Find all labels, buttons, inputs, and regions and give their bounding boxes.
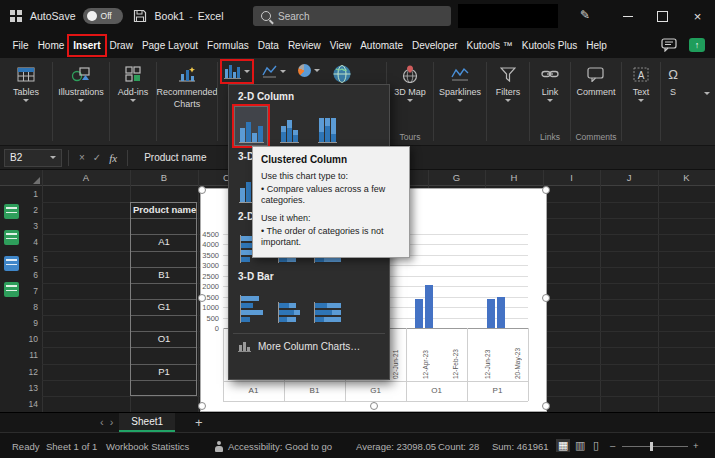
column-header-G[interactable]: G [428, 170, 485, 186]
column-header-J[interactable]: J [600, 170, 658, 186]
zoom-out-icon[interactable]: – [610, 440, 615, 451]
row-header-6[interactable]: 6 [22, 267, 38, 283]
formula-content[interactable]: Product name [144, 152, 206, 163]
app-launcher-icon[interactable] [10, 10, 22, 22]
menu-item-stacked-column[interactable] [273, 107, 305, 145]
row-header-5[interactable]: 5 [22, 251, 38, 267]
row-header-1[interactable]: 1 [22, 186, 38, 202]
name-box[interactable]: B2 [4, 149, 62, 167]
ribbon-tab-file[interactable]: File [8, 35, 33, 56]
filters-button[interactable]: Filters [496, 61, 521, 102]
chart-selection-handle[interactable] [198, 186, 206, 194]
row-header-13[interactable]: 13 [22, 380, 38, 396]
cell-B2[interactable]: Product name [130, 202, 198, 218]
ribbon-more-chevron[interactable] [704, 92, 710, 95]
chart-selection-handle[interactable] [198, 294, 206, 302]
page-break-view-icon[interactable]: ▯ [593, 439, 599, 452]
row-header-14[interactable]: 14 [22, 396, 38, 412]
kutools-pane-icon-1[interactable] [4, 204, 19, 219]
menu-item-100-stacked-column[interactable] [311, 107, 343, 145]
ribbon-tab-help[interactable]: Help [582, 35, 612, 56]
insert-line-chart-button[interactable] [260, 62, 288, 80]
row-header-11[interactable]: 11 [22, 347, 38, 363]
column-header-A[interactable]: A [42, 170, 130, 186]
column-header-H[interactable]: H [485, 170, 543, 186]
link-button[interactable]: Link [541, 61, 559, 102]
cell-B8[interactable]: G1 [130, 299, 198, 315]
row-header-7[interactable]: 7 [22, 283, 38, 299]
cell-B10[interactable]: O1 [130, 331, 198, 347]
tables-button[interactable]: Tables [13, 61, 39, 102]
add-sheet-icon[interactable]: + [195, 415, 203, 430]
ribbon-tab-insert[interactable]: Insert [69, 35, 105, 56]
text-button[interactable]: A Text [633, 61, 650, 102]
ribbon-tab-kutools[interactable]: Kutools ™ [462, 35, 517, 56]
close-button[interactable]: × [680, 0, 715, 32]
comments-icon[interactable] [661, 38, 677, 52]
symbols-button[interactable]: Ω S [668, 61, 678, 97]
illustrations-button[interactable]: Illustrations [58, 61, 104, 102]
more-column-charts-item[interactable]: More Column Charts… [238, 341, 360, 352]
kutools-pane-icon-3[interactable] [4, 256, 19, 271]
row-header-12[interactable]: 12 [22, 364, 38, 380]
search-box[interactable]: Search [253, 6, 451, 26]
select-all-corner[interactable] [22, 170, 42, 186]
row-header-3[interactable]: 3 [22, 218, 38, 234]
cell-B6[interactable]: B1 [130, 267, 198, 283]
menu-item-3d-clustered-bar[interactable] [235, 287, 267, 325]
chart-selection-handle[interactable] [542, 186, 550, 194]
row-header-9[interactable]: 9 [22, 315, 38, 331]
insert-column-chart-button[interactable] [222, 62, 252, 81]
maximize-button[interactable] [645, 0, 680, 32]
sparklines-button[interactable]: Sparklines [439, 61, 481, 102]
zoom-in-icon[interactable]: + [693, 440, 699, 451]
share-icon[interactable]: ↑ [689, 38, 705, 52]
ribbon-tab-home[interactable]: Home [33, 35, 69, 56]
menu-item-clustered-column[interactable] [235, 107, 267, 145]
zoom-slider-thumb[interactable] [650, 442, 653, 451]
cell-B12[interactable]: P1 [130, 364, 198, 380]
menu-item-3d-100-stacked-bar[interactable] [311, 287, 343, 325]
ribbon-tab-draw[interactable]: Draw [105, 35, 137, 56]
sheet-nav-right-icon[interactable]: › [110, 417, 114, 428]
sheet-tab-sheet1[interactable]: Sheet1 [119, 413, 175, 432]
ribbon-tab-kutools-plus[interactable]: Kutools Plus [517, 35, 582, 56]
cancel-icon[interactable]: × [79, 152, 85, 163]
recommended-charts-button[interactable]: Recommended Charts [156, 61, 217, 109]
column-header-B[interactable]: B [130, 170, 198, 186]
ribbon-tab-formulas[interactable]: Formulas [203, 35, 254, 56]
ribbon-tab-view[interactable]: View [325, 35, 356, 56]
minimize-button[interactable] [610, 0, 645, 32]
insert-function-icon[interactable]: fx [109, 152, 117, 164]
column-header-I[interactable]: I [543, 170, 600, 186]
zoom-slider-track[interactable] [622, 446, 688, 447]
chart-selection-handle[interactable] [542, 294, 550, 302]
chart-selection-handle[interactable] [370, 402, 378, 410]
kutools-pane-icon-4[interactable] [4, 282, 19, 297]
pen-icon[interactable]: ✎ [580, 8, 590, 22]
menu-item-3d-stacked-bar[interactable] [273, 287, 305, 325]
column-header-K[interactable]: K [658, 170, 715, 186]
normal-view-icon[interactable]: ▦ [556, 439, 570, 452]
page-layout-view-icon[interactable]: ▥ [575, 439, 585, 452]
ribbon-tab-automate[interactable]: Automate [356, 35, 408, 56]
3d-map-button[interactable]: 3D Map [394, 61, 426, 102]
row-header-10[interactable]: 10 [22, 331, 38, 347]
ribbon-tab-review[interactable]: Review [283, 35, 325, 56]
ribbon-tab-data[interactable]: Data [253, 35, 283, 56]
comment-button[interactable]: Comment [576, 61, 615, 97]
sheet-nav-left-icon[interactable]: ‹ [100, 417, 104, 428]
insert-maps-button[interactable] [330, 62, 354, 86]
ribbon-tab-developer[interactable]: Developer [407, 35, 462, 56]
row-header-8[interactable]: 8 [22, 299, 38, 315]
chart-selection-handle[interactable] [542, 402, 550, 410]
row-header-4[interactable]: 4 [22, 234, 38, 250]
addins-button[interactable]: Add-ins [118, 61, 149, 102]
accessibility-status[interactable]: Accessibility: Good to go [228, 441, 332, 452]
autosave-toggle[interactable]: Off [83, 8, 123, 24]
save-icon[interactable] [133, 9, 147, 23]
enter-icon[interactable]: ✓ [93, 152, 101, 163]
workbook-statistics-button[interactable]: Workbook Statistics [106, 441, 189, 452]
ribbon-tab-page-layout[interactable]: Page Layout [137, 35, 202, 56]
cell-B4[interactable]: A1 [130, 234, 198, 250]
